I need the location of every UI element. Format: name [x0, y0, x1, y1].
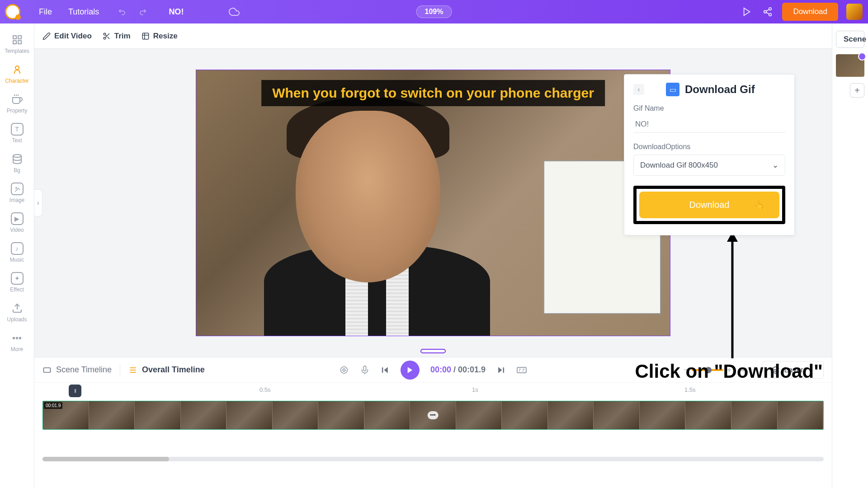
sidebar-item-text[interactable]: TText — [0, 118, 34, 148]
image-icon — [11, 183, 24, 195]
sidebar-item-effect[interactable]: ✦Effect — [0, 267, 34, 297]
sidebar-label: Music — [10, 257, 24, 263]
undo-icon[interactable] — [118, 7, 127, 16]
sidebar-item-video[interactable]: ▶Video — [0, 208, 34, 238]
sidebar-label: Video — [10, 227, 24, 233]
app-logo[interactable] — [5, 5, 20, 19]
time-current: 00:00 — [430, 365, 451, 374]
svg-line-17 — [105, 35, 107, 36]
next-frame-button[interactable] — [496, 366, 505, 375]
sidebar-item-templates[interactable]: Templates — [0, 29, 34, 59]
sidebar-item-more[interactable]: •••More — [0, 327, 34, 357]
svg-point-3 — [769, 14, 772, 16]
sidebar-label: Bg — [14, 167, 20, 174]
svg-rect-6 — [13, 36, 16, 39]
download-gif-action-button[interactable]: Download 👆 — [639, 192, 779, 218]
clip-duration-badge: 00:01.9 — [44, 402, 62, 409]
video-clip-track[interactable]: 00:01.9 ••• — [42, 401, 824, 430]
chevron-down-icon: ⌄ — [772, 160, 778, 170]
svg-rect-21 — [44, 368, 51, 372]
panel-back-button[interactable]: ‹ — [633, 84, 644, 95]
collapse-sidebar-tab[interactable]: › — [34, 189, 42, 216]
download-button[interactable]: Download — [782, 3, 838, 21]
caption-overlay[interactable]: When you forgot to switch on your phone … — [261, 80, 605, 106]
mic-icon[interactable] — [360, 365, 370, 375]
tool-label: Resize — [153, 32, 178, 41]
divider — [120, 365, 120, 375]
video-preview[interactable]: When you forgot to switch on your phone … — [196, 70, 670, 336]
uploads-icon — [11, 302, 24, 314]
svg-rect-18 — [142, 33, 149, 39]
gif-name-label: Gif Name — [633, 104, 785, 113]
music-icon: ♪ — [11, 242, 24, 255]
play-button[interactable] — [401, 361, 420, 380]
svg-point-10 — [15, 66, 19, 70]
time-sep: / — [451, 365, 458, 374]
button-label: Download — [689, 200, 730, 210]
menu-tutorials[interactable]: Tutorials — [60, 4, 107, 20]
effect-icon: ✦ — [11, 272, 24, 285]
sidebar-label: Image — [9, 197, 24, 203]
cloud-save-icon[interactable] — [229, 6, 240, 17]
download-options-select[interactable]: Download Gif 800x450 ⌄ — [633, 155, 785, 176]
svg-point-1 — [769, 8, 772, 10]
pencil-icon — [42, 32, 51, 40]
scene-button[interactable]: Scene — [836, 31, 864, 48]
annotation-arrow — [723, 232, 741, 358]
tool-label: Edit Video — [54, 32, 92, 41]
menu-file[interactable]: File — [31, 4, 60, 20]
cursor-pointer-icon: 👆 — [754, 200, 764, 210]
canvas-resize-handle[interactable] — [420, 349, 446, 353]
templates-icon — [11, 33, 24, 46]
add-scene-button[interactable]: + — [850, 83, 864, 98]
scene-thumbnail[interactable] — [836, 54, 864, 77]
gif-name-input[interactable] — [633, 116, 785, 133]
share-icon[interactable] — [761, 5, 774, 18]
svg-rect-27 — [363, 366, 366, 371]
redo-icon[interactable] — [138, 7, 147, 16]
sidebar-item-uploads[interactable]: Uploads — [0, 297, 34, 327]
sidebar-item-bg[interactable]: Bg — [0, 148, 34, 178]
scenes-panel: Scene + — [832, 23, 868, 488]
svg-line-16 — [108, 37, 109, 38]
sidebar-item-character[interactable]: Character — [0, 59, 34, 89]
edit-video-button[interactable]: Edit Video — [42, 32, 92, 41]
scene-timeline-tab[interactable]: Scene Timeline — [42, 365, 112, 375]
clip-drag-handle[interactable]: ••• — [427, 411, 439, 419]
prev-frame-button[interactable] — [381, 366, 390, 375]
trim-button[interactable]: Trim — [103, 32, 131, 41]
tool-label: Trim — [114, 32, 131, 41]
svg-rect-9 — [13, 41, 16, 44]
ruler-mark: 0.5s — [259, 386, 271, 393]
project-title[interactable]: NO! — [169, 7, 184, 17]
svg-point-26 — [343, 369, 345, 371]
camera-icon[interactable] — [339, 365, 349, 375]
sidebar-item-property[interactable]: Property — [0, 89, 34, 118]
svg-marker-28 — [384, 367, 387, 373]
zoom-level[interactable]: 109% — [416, 5, 452, 18]
sidebar-item-music[interactable]: ♪Music — [0, 238, 34, 267]
svg-rect-7 — [18, 36, 21, 39]
svg-point-2 — [764, 10, 767, 13]
top-bar: File Tutorials NO! 109% Download — [0, 0, 868, 23]
play-preview-icon[interactable] — [741, 5, 753, 18]
svg-point-13 — [104, 33, 106, 35]
horizontal-scrollbar[interactable] — [42, 457, 824, 461]
captions-icon[interactable] — [516, 365, 527, 375]
sidebar-label: Effect — [10, 286, 24, 293]
download-gif-panel: ‹ ▭ Download Gif Gif Name DownloadOption… — [624, 74, 795, 235]
svg-rect-33 — [517, 367, 526, 373]
sidebar-item-image[interactable]: Image — [0, 178, 34, 208]
time-ruler[interactable]: 0.5s 1s 1.5s — [42, 386, 824, 397]
video-icon: ▶ — [11, 212, 24, 225]
sidebar-label: Templates — [5, 48, 29, 54]
resize-button[interactable]: Resize — [142, 32, 178, 41]
overall-timeline-tab[interactable]: Overall Timeline — [128, 365, 205, 375]
svg-point-12 — [15, 188, 17, 189]
user-avatar[interactable] — [846, 4, 863, 20]
panel-title: Download Gif — [685, 83, 755, 96]
gif-icon: ▭ — [666, 83, 679, 96]
select-value: Download Gif 800x450 — [640, 161, 718, 170]
resize-icon — [142, 32, 150, 40]
canvas-area: › When you forgot to switch on your phon… — [34, 49, 832, 357]
